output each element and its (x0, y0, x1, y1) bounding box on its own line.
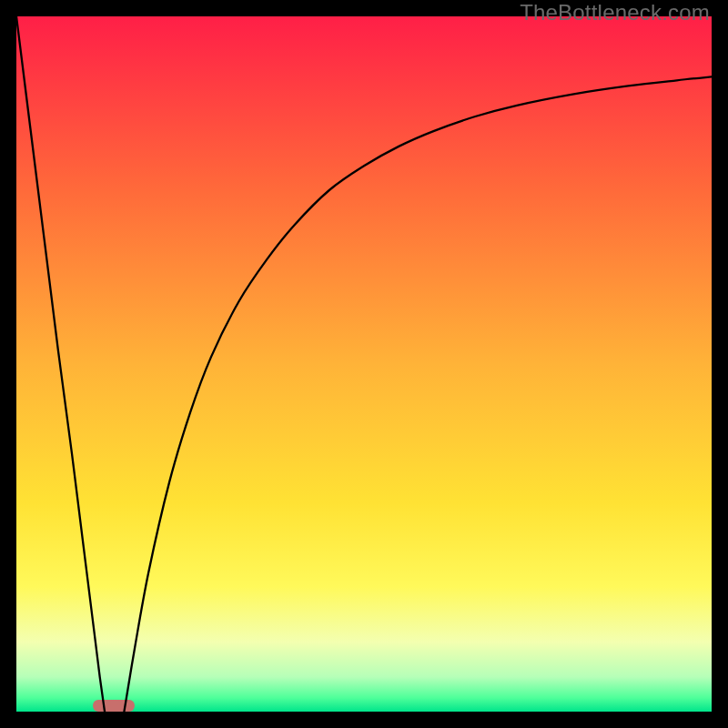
chart-background (16, 16, 712, 712)
watermark-text: TheBottleneck.com (520, 0, 710, 25)
bottleneck-chart (16, 16, 712, 712)
optimum-marker (93, 700, 135, 712)
chart-frame: TheBottleneck.com (0, 0, 728, 728)
